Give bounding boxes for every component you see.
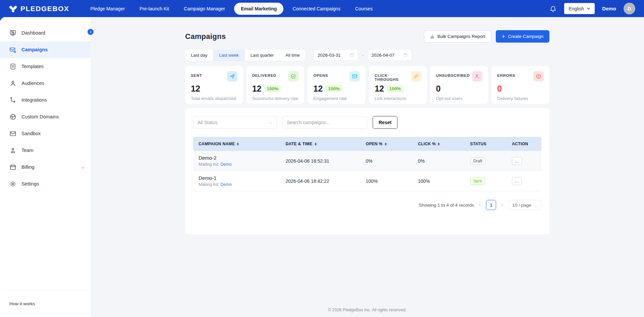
sidebar-item-label: Team [21, 148, 33, 153]
nav-item-pledge-manager[interactable]: Pledge Manager [85, 3, 130, 14]
bulk-campaigns-report-button[interactable]: Bulk Campaigns Report [424, 30, 491, 43]
sidebar-item-billing[interactable]: Billing ⌄ [0, 159, 91, 175]
sidebar-item-dashboard[interactable]: Dashboard [0, 24, 91, 41]
row-actions-button[interactable]: ... [512, 157, 522, 165]
column-click-percent[interactable]: CLICK % [413, 142, 465, 146]
reset-button[interactable]: Reset [373, 116, 397, 129]
status-filter-select[interactable]: All Status ⌄ [193, 116, 277, 129]
notifications-bell-icon[interactable] [549, 5, 557, 12]
stat-subtitle: Link interactions [375, 96, 421, 101]
tab-last-quarter[interactable]: Last quarter [245, 50, 280, 61]
campaign-datetime: 2026-04-06 18:42:22 [280, 178, 361, 184]
top-navigation: PLEDGEBOX Pledge Manager Pre-launch Kit … [0, 0, 644, 17]
bulk-campaigns-report-label: Bulk Campaigns Report [437, 34, 485, 39]
stats-cards: SENT 12 Total emails dispatched DELIVERE… [185, 66, 549, 104]
page-size-select[interactable]: 10 / page ⌄ [508, 200, 541, 210]
sidebar-item-label: Billing [21, 164, 35, 170]
pagination-page-1[interactable]: 1 [486, 200, 496, 210]
avatar[interactable]: D [624, 3, 635, 14]
date-to-value: 2026-04-07 [371, 53, 400, 58]
stat-subtitle: Engagement rate [313, 96, 360, 101]
chevron-down-icon: ⌄ [534, 203, 537, 207]
table-row: Demo-2 Mailing list: Demo 2026-04-06 18:… [193, 151, 541, 171]
sidebar-item-templates[interactable]: Templates [0, 58, 91, 75]
sidebar-item-label: Dashboard [21, 30, 45, 36]
create-campaign-button[interactable]: + Create Campaign [496, 30, 549, 43]
sidebar-item-audiences[interactable]: Audiences [0, 75, 91, 92]
date-range-separator: ~ [362, 53, 364, 58]
template-icon [9, 63, 16, 70]
main-content: Campaigns Bulk Campaigns Report + Create… [91, 17, 644, 317]
campaign-datetime: 2026-04-06 18:52:31 [280, 158, 361, 164]
sort-icon[interactable] [438, 143, 440, 146]
column-open-percent[interactable]: OPEN % [360, 142, 413, 146]
nav-item-pre-launch-kit[interactable]: Pre-launch Kit [134, 3, 175, 14]
pagination-next-button[interactable]: > [501, 202, 503, 208]
search-input[interactable] [282, 116, 367, 129]
tab-all-time[interactable]: All time [280, 50, 306, 61]
column-action: ACTION [506, 142, 541, 146]
sidebar-item-team[interactable]: Team [0, 142, 91, 159]
language-selector[interactable]: English [564, 3, 595, 14]
campaign-name[interactable]: Demo-1 [199, 175, 275, 181]
sidebar: Dashboard Campaigns Templates Audiences … [0, 17, 91, 317]
pagination: Showing 1 to 4 of 4 records < 1 > 10 / p… [193, 200, 541, 210]
pagination-prev-button[interactable]: < [479, 202, 481, 208]
sort-icon[interactable] [385, 143, 387, 146]
column-label: ACTION [512, 142, 528, 146]
link-icon [411, 71, 421, 82]
user-name[interactable]: Demo [602, 6, 616, 11]
sidebar-item-custom-domains[interactable]: Custom Domains [0, 108, 91, 125]
mailing-list-link[interactable]: Demo [220, 182, 231, 187]
integration-icon [9, 97, 16, 104]
pagination-summary: Showing 1 to 4 of 4 records [419, 203, 474, 208]
stat-card-opens: OPENS 12 100% Engagement rate [308, 66, 366, 104]
nav-item-campaign-manager[interactable]: Campaign Manager [178, 3, 231, 14]
sidebar-item-label: Settings [21, 181, 39, 187]
pledgebox-logo[interactable]: PLEDGEBOX [9, 4, 69, 13]
tab-last-day[interactable]: Last day [185, 50, 213, 61]
status-badge: Draft [470, 157, 486, 165]
check-circle-icon [288, 71, 299, 82]
chevron-left-icon [89, 31, 92, 34]
nav-item-courses[interactable]: Courses [350, 3, 378, 14]
sort-icon[interactable] [315, 143, 317, 146]
dashboard-icon [9, 30, 16, 37]
stat-value: 12 [252, 84, 262, 94]
stat-label: OPENS [313, 73, 328, 77]
language-label: English [569, 6, 584, 11]
column-label: DATE & TIME [286, 142, 313, 146]
column-date-time[interactable]: DATE & TIME [280, 142, 361, 146]
date-to-input[interactable]: 2026-04-07 [367, 49, 412, 61]
sidebar-item-campaigns[interactable]: Campaigns [0, 41, 91, 58]
chevron-down-icon: ⌄ [269, 120, 273, 125]
column-label: STATUS [470, 142, 487, 146]
table-row: Demo-1 Mailing list: Demo 2026-04-06 18:… [193, 171, 541, 191]
sidebar-item-integrations[interactable]: Integrations [0, 92, 91, 108]
mailing-list-label: Mailing list: [199, 182, 219, 187]
stat-label: UNSUBSCRIBED [436, 73, 470, 77]
stat-percent-badge: 100% [325, 85, 342, 92]
tab-last-week[interactable]: Last week [213, 50, 245, 61]
click-percent: 100% [413, 178, 465, 184]
mailing-list-link[interactable]: Demo [220, 162, 231, 167]
sort-icon[interactable] [237, 143, 239, 146]
sidebar-item-settings[interactable]: Settings [0, 175, 91, 192]
column-campaign-name[interactable]: CAMPAIGN NAME [193, 142, 280, 146]
brand-name: PLEDGEBOX [20, 5, 69, 13]
click-percent: 0% [413, 158, 465, 164]
bar-chart-icon [430, 34, 435, 39]
stat-label: DELIVERED [252, 73, 276, 77]
campaign-name[interactable]: Demo-2 [199, 155, 275, 161]
sidebar-collapse-button[interactable] [87, 28, 94, 36]
nav-item-email-marketing[interactable]: Email Marketing [234, 3, 283, 15]
row-actions-button[interactable]: ... [512, 177, 522, 185]
sidebar-item-sandbox[interactable]: Sandbox [0, 125, 91, 142]
stat-card-errors: ERRORS 0 Delivery failures [491, 66, 549, 104]
table-header-row: CAMPAIGN NAME DATE & TIME OPEN % CL [193, 137, 541, 151]
gear-icon [9, 180, 16, 188]
how-it-works-link[interactable]: How it works [9, 301, 35, 306]
date-from-input[interactable]: 2026-03-31 [314, 49, 358, 61]
nav-item-connected-campaigns[interactable]: Connected Campaigns [287, 3, 346, 14]
page-size-value: 10 / page [512, 203, 531, 208]
